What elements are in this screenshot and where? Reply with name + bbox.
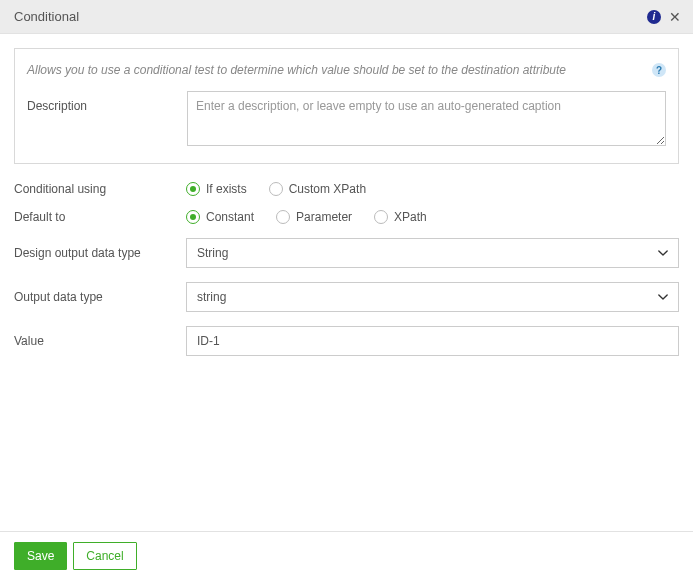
select-design-output-data-type[interactable]: String (186, 238, 679, 268)
dialog-content: Allows you to use a conditional test to … (0, 34, 693, 356)
panel-help-row: Allows you to use a conditional test to … (27, 63, 666, 77)
description-panel: Allows you to use a conditional test to … (14, 48, 679, 164)
radio-icon (186, 210, 200, 224)
row-default-to: Default to Constant Parameter XPath (14, 210, 679, 224)
radio-label: Constant (206, 210, 254, 224)
cancel-button[interactable]: Cancel (73, 542, 136, 570)
chevron-down-icon (658, 292, 668, 302)
dialog-footer: Save Cancel (0, 531, 693, 580)
info-icon[interactable]: i (647, 10, 661, 24)
label-output-data-type: Output data type (14, 290, 186, 304)
radio-label: If exists (206, 182, 247, 196)
radio-icon (276, 210, 290, 224)
description-input-wrap (187, 91, 666, 149)
row-conditional-using: Conditional using If exists Custom XPath (14, 182, 679, 196)
select-value: String (197, 246, 228, 260)
save-button[interactable]: Save (14, 542, 67, 570)
radio-if-exists[interactable]: If exists (186, 182, 247, 196)
select-wrap: String (186, 238, 679, 268)
radio-icon (186, 182, 200, 196)
radio-label: XPath (394, 210, 427, 224)
row-output-data-type: Output data type string (14, 282, 679, 312)
radio-label: Parameter (296, 210, 352, 224)
description-label: Description (27, 91, 187, 113)
label-conditional-using: Conditional using (14, 182, 186, 196)
dialog-title: Conditional (14, 9, 647, 24)
radio-xpath[interactable]: XPath (374, 210, 427, 224)
row-value: Value (14, 326, 679, 356)
description-input[interactable] (187, 91, 666, 146)
select-wrap: string (186, 282, 679, 312)
radio-group-conditional-using: If exists Custom XPath (186, 182, 679, 196)
radio-group-default-to: Constant Parameter XPath (186, 210, 679, 224)
label-value: Value (14, 334, 186, 348)
label-default-to: Default to (14, 210, 186, 224)
value-input-wrap (186, 326, 679, 356)
radio-icon (374, 210, 388, 224)
row-design-output-data-type: Design output data type String (14, 238, 679, 268)
select-output-data-type[interactable]: string (186, 282, 679, 312)
panel-help-text: Allows you to use a conditional test to … (27, 63, 652, 77)
close-icon[interactable]: ✕ (667, 9, 683, 25)
radio-custom-xpath[interactable]: Custom XPath (269, 182, 366, 196)
label-design-output-data-type: Design output data type (14, 246, 186, 260)
description-row: Description (27, 91, 666, 149)
radio-icon (269, 182, 283, 196)
help-icon[interactable]: ? (652, 63, 666, 77)
header-icons: i ✕ (647, 9, 683, 25)
chevron-down-icon (658, 248, 668, 258)
radio-parameter[interactable]: Parameter (276, 210, 352, 224)
dialog-header: Conditional i ✕ (0, 0, 693, 34)
radio-constant[interactable]: Constant (186, 210, 254, 224)
value-input[interactable] (186, 326, 679, 356)
radio-label: Custom XPath (289, 182, 366, 196)
select-value: string (197, 290, 226, 304)
